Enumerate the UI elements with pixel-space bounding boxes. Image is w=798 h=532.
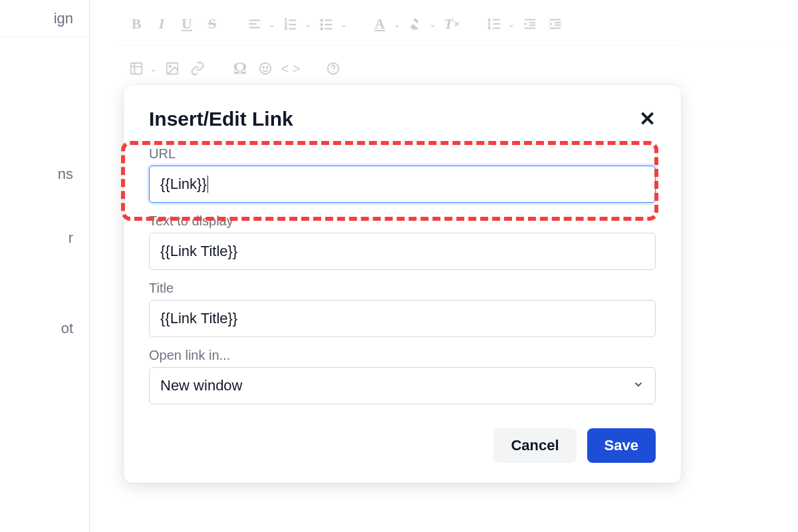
svg-point-9	[321, 19, 322, 21]
cancel-button[interactable]: Cancel	[493, 428, 576, 463]
help-button[interactable]	[323, 58, 344, 79]
chevron-down-icon: ⌄	[340, 19, 348, 29]
unordered-list-button[interactable]	[316, 13, 337, 35]
insert-link-dialog: Insert/Edit Link ✕ URL {{Link}} Text to …	[124, 85, 681, 483]
highlight-button[interactable]	[405, 13, 426, 35]
chevron-down-icon: ⌄	[150, 63, 158, 74]
text-input-value: {{Link Title}}	[160, 243, 237, 260]
special-char-button[interactable]: Ω	[229, 58, 251, 79]
text-input[interactable]: {{Link Title}}	[149, 233, 656, 270]
outdent-button[interactable]	[519, 13, 541, 35]
chevron-down-icon: ⌄	[268, 19, 276, 29]
chevron-down-icon: ⌄	[304, 19, 312, 29]
svg-rect-26	[131, 63, 142, 74]
align-button[interactable]	[244, 13, 265, 35]
open-in-select[interactable]: New window	[149, 367, 656, 404]
indent-button[interactable]	[545, 13, 566, 35]
text-label: Text to display	[149, 213, 656, 229]
ordered-list-button[interactable]: 123	[280, 13, 301, 35]
open-in-value: New window	[160, 377, 243, 394]
table-button[interactable]	[126, 58, 147, 79]
close-icon[interactable]: ✕	[639, 109, 656, 129]
save-button[interactable]: Save	[587, 428, 656, 463]
url-input-value: {{Link}}	[160, 176, 207, 193]
svg-point-32	[263, 66, 264, 68]
emoji-button[interactable]	[255, 58, 276, 79]
svg-point-10	[321, 24, 322, 25]
text-caret	[207, 176, 208, 193]
open-label: Open link in...	[149, 348, 656, 363]
sidebar-item[interactable]: ot	[0, 310, 89, 347]
textcolor-button[interactable]: A	[369, 13, 390, 35]
dialog-title: Insert/Edit Link	[149, 108, 293, 130]
chevron-down-icon	[632, 378, 644, 394]
lineheight-button[interactable]	[483, 13, 505, 35]
sidebar-item[interactable]: r	[0, 219, 89, 257]
italic-button[interactable]: I	[151, 13, 172, 35]
chevron-down-icon: ⌄	[507, 19, 515, 29]
url-input[interactable]: {{Link}}	[149, 166, 656, 203]
svg-text:3: 3	[285, 25, 287, 31]
svg-point-33	[267, 66, 268, 68]
title-input-value: {{Link Title}}	[160, 310, 237, 327]
editor-toolbar: B I U S ⌄ 123 ⌄ ⌄ A ⌄ ⌄ T✕	[116, 0, 798, 93]
svg-point-35	[332, 71, 334, 72]
strike-button[interactable]: S	[201, 13, 223, 35]
svg-point-31	[260, 63, 271, 74]
title-input[interactable]: {{Link Title}}	[149, 300, 656, 337]
code-button[interactable]: < >	[280, 58, 301, 79]
link-button[interactable]	[187, 58, 208, 79]
svg-point-11	[321, 28, 322, 29]
svg-point-30	[169, 65, 171, 67]
image-button[interactable]	[162, 58, 183, 79]
bold-button[interactable]: B	[126, 13, 147, 35]
chevron-down-icon: ⌄	[429, 19, 437, 29]
sidebar: ign ns r ot	[0, 0, 90, 532]
url-label: URL	[149, 146, 656, 162]
clear-format-button[interactable]: T✕	[441, 13, 462, 35]
title-label: Title	[149, 281, 656, 296]
sidebar-item[interactable]: ign	[0, 0, 89, 37]
sidebar-item[interactable]: ns	[0, 156, 89, 193]
chevron-down-icon: ⌄	[393, 19, 401, 29]
underline-button[interactable]: U	[176, 13, 198, 35]
